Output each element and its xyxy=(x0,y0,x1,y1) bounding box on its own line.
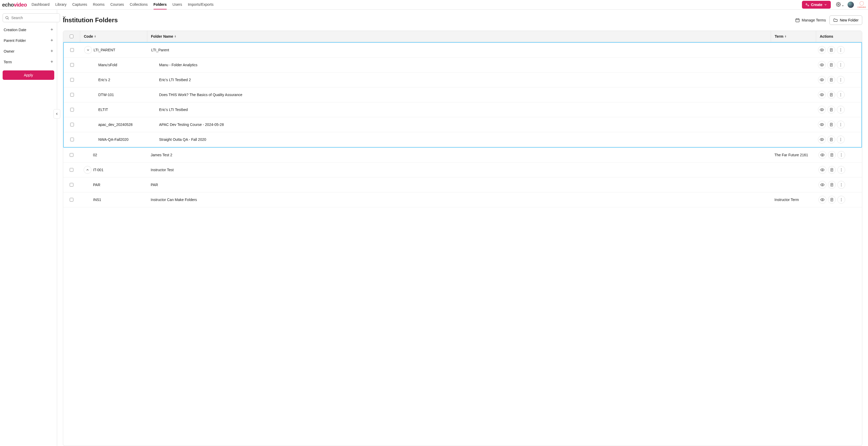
view-button[interactable] xyxy=(818,121,826,129)
column-header-code[interactable]: Code ▲▼ xyxy=(80,31,147,42)
select-all-checkbox[interactable] xyxy=(70,35,73,38)
row-checkbox[interactable] xyxy=(70,48,74,52)
view-button[interactable] xyxy=(818,166,826,174)
code-cell: IT-001 xyxy=(80,163,147,177)
more-actions-button[interactable] xyxy=(837,196,845,204)
clipboard-icon xyxy=(829,63,833,67)
more-actions-button[interactable] xyxy=(837,106,845,113)
svg-point-47 xyxy=(840,108,841,109)
collapse-row-button[interactable] xyxy=(84,46,92,54)
nav-item-collections[interactable]: Collections xyxy=(130,0,148,9)
gear-icon xyxy=(836,2,841,7)
nav-item-captures[interactable]: Captures xyxy=(72,0,87,9)
filter-creation-date[interactable]: Creation Date+ xyxy=(3,24,54,35)
row-checkbox[interactable] xyxy=(70,183,73,186)
manage-terms-label: Manage Terms xyxy=(802,18,826,22)
row-checkbox[interactable] xyxy=(70,153,73,157)
details-button[interactable] xyxy=(828,166,836,174)
details-button[interactable] xyxy=(827,91,835,99)
filter-label: Creation Date xyxy=(4,28,26,32)
create-button[interactable]: Create xyxy=(802,1,831,9)
code-cell: INS1 xyxy=(80,193,147,207)
details-button[interactable] xyxy=(827,106,835,113)
view-button[interactable] xyxy=(818,136,826,143)
view-button[interactable] xyxy=(818,46,826,54)
nav-item-dashboard[interactable]: Dashboard xyxy=(31,0,50,9)
view-button[interactable] xyxy=(818,76,826,84)
details-button[interactable] xyxy=(827,136,835,143)
canvas-lms-button[interactable]: CANVAS xyxy=(858,1,866,8)
view-button[interactable] xyxy=(818,151,826,159)
folder-name: PAR xyxy=(151,183,158,187)
clipboard-icon xyxy=(830,168,834,172)
svg-point-79 xyxy=(841,168,841,169)
nav-item-folders[interactable]: Folders xyxy=(154,0,167,9)
details-button[interactable] xyxy=(827,121,835,129)
row-checkbox[interactable] xyxy=(70,78,74,82)
details-button[interactable] xyxy=(827,46,835,54)
column-header-term[interactable]: Term ▲▼ xyxy=(771,31,816,42)
expand-row-button[interactable] xyxy=(84,166,91,174)
details-button[interactable] xyxy=(828,151,836,159)
manage-terms-button[interactable]: Manage Terms xyxy=(795,18,826,23)
filter-term[interactable]: Term+ xyxy=(3,57,54,67)
row-check-cell xyxy=(63,193,80,207)
logo[interactable]: echovideo xyxy=(2,2,27,8)
nav-item-imports-exports[interactable]: Imports/Exports xyxy=(188,0,214,9)
details-button[interactable] xyxy=(827,61,835,69)
view-button[interactable] xyxy=(818,181,826,189)
view-button[interactable] xyxy=(818,61,826,69)
svg-rect-6 xyxy=(796,19,799,22)
filter-label: Owner xyxy=(4,49,14,54)
avatar[interactable] xyxy=(847,2,854,8)
more-actions-button[interactable] xyxy=(837,61,845,69)
column-label-code: Code xyxy=(84,34,93,38)
new-folder-button[interactable]: New Folder xyxy=(830,15,862,25)
row-checkbox[interactable] xyxy=(70,63,74,67)
collapse-sidebar-button[interactable] xyxy=(54,109,60,118)
more-actions-button[interactable] xyxy=(837,136,845,143)
actions-cell xyxy=(815,102,862,117)
sort-icon: ▲▼ xyxy=(174,35,176,38)
row-checkbox[interactable] xyxy=(70,123,74,127)
more-actions-button[interactable] xyxy=(837,151,845,159)
row-checkbox[interactable] xyxy=(70,168,73,172)
row-checkbox[interactable] xyxy=(70,108,74,111)
nav-item-library[interactable]: Library xyxy=(55,0,67,9)
nav-item-courses[interactable]: Courses xyxy=(110,0,124,9)
term-cell xyxy=(771,177,816,192)
details-button[interactable] xyxy=(828,196,836,204)
code-cell: apac_dev_20240528 xyxy=(81,117,148,132)
code-cell: Eric's 2 xyxy=(81,72,148,87)
details-button[interactable] xyxy=(828,181,836,189)
logo-part1: echo xyxy=(2,2,14,8)
details-button[interactable] xyxy=(827,76,835,84)
name-cell: LTI_Parent xyxy=(148,43,770,57)
code-cell: ELTIT xyxy=(81,102,148,117)
svg-point-89 xyxy=(841,186,841,186)
more-actions-button[interactable] xyxy=(837,46,845,54)
clear-search-button[interactable] xyxy=(62,15,66,21)
plus-icon: + xyxy=(50,27,53,32)
row-checkbox[interactable] xyxy=(70,93,74,97)
settings-button[interactable] xyxy=(836,2,844,8)
more-actions-button[interactable] xyxy=(837,181,845,189)
more-actions-button[interactable] xyxy=(837,121,845,129)
code-cell: Manu'sFold xyxy=(81,58,148,72)
more-actions-button[interactable] xyxy=(837,166,845,174)
more-actions-button[interactable] xyxy=(837,76,845,84)
filter-owner[interactable]: Owner+ xyxy=(3,46,54,57)
row-checkbox[interactable] xyxy=(70,138,74,141)
nav-item-users[interactable]: Users xyxy=(173,0,182,9)
select-all-cell xyxy=(63,31,80,42)
more-actions-button[interactable] xyxy=(837,91,845,99)
nav-item-rooms[interactable]: Rooms xyxy=(93,0,104,9)
column-header-name[interactable]: Folder Name ▲▼ xyxy=(147,31,771,42)
view-button[interactable] xyxy=(818,106,826,113)
search-input[interactable] xyxy=(3,13,60,22)
row-checkbox[interactable] xyxy=(70,198,73,202)
view-button[interactable] xyxy=(818,196,826,204)
view-button[interactable] xyxy=(818,91,826,99)
filter-parent-folder[interactable]: Parent Folder+ xyxy=(3,35,54,46)
apply-button[interactable]: Apply xyxy=(3,70,54,80)
